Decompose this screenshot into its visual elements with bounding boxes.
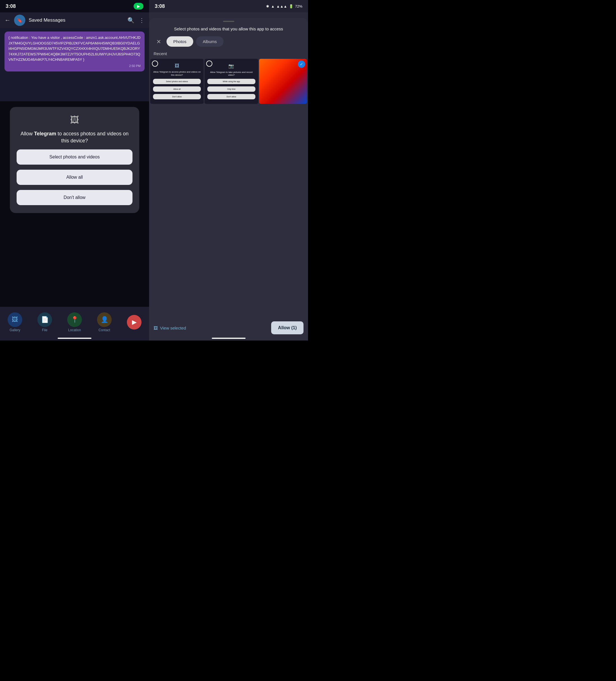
thumb-btn-while: While using the app [207, 79, 255, 84]
left-panel: 3:08 ▶ ← 🔖 Saved Messages 🔍 ⋮ { notifica… [0, 0, 149, 340]
message-time: 2:50 PM [8, 64, 140, 68]
video-icon: ▶ [137, 4, 140, 8]
thumbnail-1[interactable]: 🖼 Allow Telegram to access photos and vi… [150, 59, 204, 104]
thumb-dialog-title-2: Allow Telegram to take pictures and reco… [207, 71, 255, 77]
dialog-title: Allow Telegram to access photos and vide… [17, 130, 132, 144]
more-icon[interactable]: ⋮ [139, 17, 145, 24]
nav-bar: ← 🔖 Saved Messages 🔍 ⋮ [0, 12, 149, 28]
location-icon: 📍 [67, 312, 82, 327]
home-indicator-right [212, 338, 246, 339]
photo-sheet: Select photos and videos that you allow … [149, 18, 308, 340]
file-item[interactable]: 📄 File [37, 312, 52, 332]
permission-dialog: 🖼 Allow Telegram to access photos and vi… [10, 107, 139, 213]
message-text: { notification : You have a visitor , ac… [8, 35, 140, 61]
video-badge: ▶ [134, 3, 144, 9]
allow-count-button[interactable]: Allow (1) [271, 321, 304, 334]
thumb-checkbox-2[interactable] [206, 60, 212, 67]
view-selected-button[interactable]: 🖼 View selected [154, 326, 186, 330]
chat-title: Saved Messages [29, 18, 124, 23]
tab-photos[interactable]: Photos [166, 36, 193, 47]
thumb-dialog-title-1: Allow Telegram to access photos and vide… [153, 71, 201, 77]
gallery-item[interactable]: 🖼 Gallery [7, 312, 22, 332]
location-label: Location [68, 328, 81, 332]
thumb-btn-select: Select photos and videos [153, 79, 201, 84]
contact-label: Contact [99, 328, 110, 332]
bluetooth-icon: ✱ [266, 4, 269, 8]
home-indicator-left [58, 338, 92, 339]
close-icon: ✕ [156, 38, 161, 45]
thumb-btn-allow: Allow all [153, 86, 201, 92]
thumb-icon-2: 📷 [228, 63, 234, 69]
permission-overlay: 🖼 Allow Telegram to access photos and vi… [0, 101, 149, 340]
thumbnail-2[interactable]: 📷 Allow Telegram to take pictures and re… [205, 59, 258, 104]
close-button[interactable]: ✕ [154, 36, 164, 47]
contact-item[interactable]: 👤 Contact [97, 312, 112, 332]
dialog-icon: 🖼 [70, 115, 79, 125]
avatar: 🔖 [14, 15, 25, 26]
thumb-icon-1: 🖼 [175, 63, 179, 68]
battery-pct: 72% [295, 4, 302, 8]
tab-bar: ✕ Photos Albums [149, 36, 308, 51]
status-bar-left: 3:08 ▶ [0, 0, 149, 12]
battery-icon: 🔋 [289, 4, 293, 8]
file-label: File [42, 328, 47, 332]
allow-all-button[interactable]: Allow all [17, 170, 132, 185]
message-bubble: { notification : You have a visitor , ac… [4, 31, 145, 72]
more-attach-icon: ▶ [127, 315, 142, 330]
wifi-icon: ▲ [271, 4, 275, 8]
signal-icon: ▲▲▲ [276, 4, 287, 8]
back-button[interactable]: ← [4, 17, 11, 24]
status-right: ▶ [134, 3, 144, 9]
view-selected-label: View selected [160, 326, 186, 330]
search-icon[interactable]: 🔍 [127, 17, 134, 24]
sheet-title: Select photos and videos that you allow … [149, 26, 308, 36]
file-icon: 📄 [37, 312, 52, 327]
nav-actions: 🔍 ⋮ [127, 17, 145, 24]
bottom-bar: 🖼 Gallery 📄 File 📍 Location 👤 Contact ▶ [0, 307, 149, 340]
gallery-icon: 🖼 [7, 312, 22, 327]
more-item[interactable]: ▶ [127, 315, 142, 330]
message-area: { notification : You have a visitor , ac… [0, 28, 149, 107]
thumb-checkbox-1[interactable] [152, 60, 158, 67]
section-label: Recent [149, 51, 308, 59]
view-selected-icon: 🖼 [154, 326, 158, 330]
dont-allow-button[interactable]: Don't allow [17, 190, 132, 205]
bookmark-icon: 🔖 [17, 18, 23, 23]
gallery-label: Gallery [9, 328, 20, 332]
right-panel: 3:08 ✱ ▲ ▲▲▲ 🔋 72% Select photos and vid… [149, 0, 308, 340]
sheet-handle [223, 21, 234, 22]
thumb-btn-deny: Don't allow [153, 94, 201, 99]
thumb-checked-3: ✓ [298, 60, 305, 68]
contact-icon: 👤 [97, 312, 112, 327]
select-photos-button[interactable]: Select photos and videos [17, 149, 132, 165]
thumb-btn-once: Only time [207, 86, 255, 92]
bottom-action-bar: 🖼 View selected Allow (1) [149, 318, 308, 340]
tab-albums[interactable]: Albums [196, 36, 224, 47]
thumbnails-grid: 🖼 Allow Telegram to access photos and vi… [149, 59, 308, 104]
status-bar-right: 3:08 ✱ ▲ ▲▲▲ 🔋 72% [149, 0, 308, 12]
status-icons-right: ✱ ▲ ▲▲▲ 🔋 72% [266, 4, 302, 8]
location-item[interactable]: 📍 Location [67, 312, 82, 332]
thumbnail-3[interactable]: ✓ [259, 59, 307, 104]
time-right: 3:08 [155, 3, 165, 9]
thumb-btn-deny2: Don't allow [207, 94, 255, 99]
time-left: 3:08 [6, 3, 16, 9]
